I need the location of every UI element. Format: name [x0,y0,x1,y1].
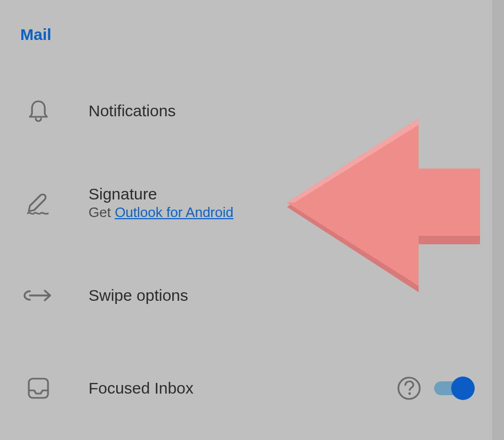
row-signature-subtitle: Get Outlook for Android [89,204,234,221]
signature-icon [20,190,57,215]
row-signature[interactable]: Signature Get Outlook for Android [0,181,491,224]
row-swipe-options[interactable]: Swipe options [0,279,491,311]
signature-sub-prefix: Get [89,204,115,220]
bell-icon [20,98,57,124]
row-signature-title: Signature [89,185,234,203]
focused-inbox-toggle[interactable] [434,378,474,399]
outlook-android-link[interactable]: Outlook for Android [115,204,234,220]
inbox-icon [20,375,57,401]
help-icon[interactable] [397,376,421,401]
section-header-mail: Mail [20,26,51,44]
row-notifications-title: Notifications [89,102,175,120]
row-focused-title: Focused Inbox [89,379,194,397]
right-edge-strip [492,0,504,440]
row-focused-inbox[interactable]: Focused Inbox [0,372,491,404]
row-notifications[interactable]: Notifications [0,95,491,127]
toggle-knob [451,377,475,400]
svg-rect-0 [29,379,48,398]
row-swipe-title: Swipe options [89,286,188,305]
settings-mail-panel: Mail Notifications Signature Get Outlook… [0,0,491,440]
svg-point-2 [409,393,411,395]
swipe-icon [20,286,57,305]
